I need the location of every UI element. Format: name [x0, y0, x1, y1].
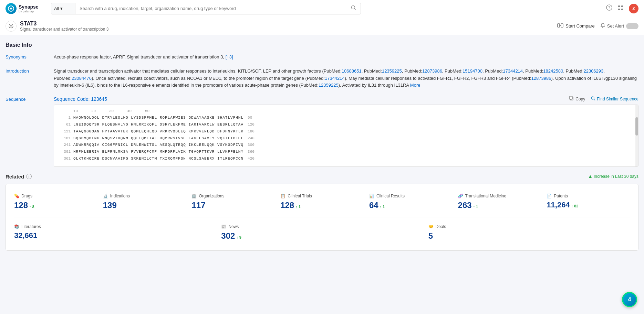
- sequence-display[interactable]: 1020304050 1 MAQWNQLQQL DTRYLEQLHQ LYSDS…: [54, 105, 638, 167]
- drugs-icon: 💊: [14, 194, 19, 198]
- search-filter-label: All: [54, 6, 59, 11]
- related-title: Related i: [6, 174, 32, 180]
- copy-button[interactable]: Copy: [569, 96, 585, 102]
- introduction-row: Introduction Signal transducer and trans…: [6, 68, 638, 89]
- main-header: Synapse by patsnap All ▾ ?: [0, 0, 644, 17]
- seq-line-6: 301 HRPMLEERIV ELFRNLMKSA FVVERQPCMP MHP…: [58, 149, 634, 155]
- svg-rect-14: [570, 96, 572, 99]
- pubmed-link-10[interactable]: 12873986: [531, 76, 551, 81]
- help-icon[interactable]: ?: [606, 4, 612, 12]
- svg-rect-7: [618, 9, 620, 10]
- news-label: 📰 News: [221, 224, 417, 229]
- news-icon: 📰: [221, 224, 226, 229]
- related-header: Related i Increase in Last 30 days: [6, 174, 638, 180]
- bell-icon: [600, 23, 605, 29]
- clinical-trials-value: 128: [280, 201, 294, 210]
- drugs-value-row: 128 ↑ 8: [14, 201, 92, 210]
- sequence-scrollbar[interactable]: [635, 105, 638, 166]
- organizations-value: 117: [191, 201, 205, 210]
- indications-value: 139: [103, 201, 117, 210]
- patents-stat[interactable]: 📄 Patents 11,264 ↑ 82: [541, 191, 630, 213]
- pubmed-link-6[interactable]: 18242580: [543, 68, 563, 74]
- translational-medicine-label: 🧬 Translational Medicine: [458, 194, 536, 198]
- news-label-text: News: [228, 224, 239, 229]
- search-button[interactable]: [347, 5, 361, 12]
- clinical-results-stat[interactable]: 📊 Clinical Results 64 ↑ 1: [364, 191, 453, 213]
- entity-description: Signal transducer and activator of trans…: [20, 27, 557, 32]
- pubmed-link-5[interactable]: 17344214: [503, 68, 523, 74]
- set-alert-area: Set Alert: [600, 23, 638, 29]
- search-input[interactable]: [75, 6, 347, 11]
- svg-text:?: ?: [608, 6, 610, 10]
- deals-icon: 🤝: [428, 224, 434, 229]
- translational-medicine-stat[interactable]: 🧬 Translational Medicine 263 ↑ 1: [453, 191, 541, 213]
- sequence-row: Sequence Sequence Code: 123645 Copy: [6, 96, 638, 167]
- apps-grid-icon[interactable]: [618, 5, 623, 12]
- entity-settings-icon: [6, 21, 17, 32]
- svg-rect-11: [561, 24, 563, 27]
- drugs-value: 128: [14, 201, 28, 210]
- seq-line-5: 241 ADWKRRQQIA CIGGFFNICL DRLENWITSL AES…: [58, 142, 634, 149]
- start-compare-button[interactable]: Start Compare: [557, 22, 595, 30]
- search-bar: All ▾: [51, 3, 361, 14]
- user-avatar[interactable]: Z: [629, 4, 638, 13]
- literatures-label-text: Literatures: [21, 224, 41, 229]
- pubmed-link-11[interactable]: 12359225: [319, 83, 339, 88]
- synonyms-row: Synonyms Acute-phase response factor, AP…: [6, 54, 638, 61]
- pubmed-link-1[interactable]: 10688651: [342, 68, 362, 74]
- patents-delta: ↑ 82: [571, 204, 579, 208]
- introduction-more-link[interactable]: More: [410, 83, 420, 88]
- logo[interactable]: Synapse by patsnap: [6, 3, 47, 14]
- pubmed-link-3[interactable]: 12873986: [422, 68, 442, 74]
- literatures-label: 📚 Literatures: [14, 224, 210, 229]
- clinical-trials-stat[interactable]: 📋 Clinical Trials 128 ↑ 1: [275, 191, 364, 213]
- logo-text: Synapse by patsnap: [19, 4, 39, 13]
- deals-stat[interactable]: 🤝 Deals 5: [423, 221, 630, 243]
- indications-label: 🔬 Indications: [103, 194, 181, 198]
- drugs-delta: ↑ 8: [29, 205, 34, 209]
- search-filter-dropdown[interactable]: All ▾: [51, 3, 75, 14]
- increase-label: Increase in Last 30 days: [594, 174, 638, 179]
- seq-line-1: 1 MAQWNQLQQL DTRYLEQLHQ LYSDSFFMEL RQFLA…: [58, 115, 634, 121]
- find-similar-button[interactable]: Find Similar Sequence: [591, 96, 638, 102]
- translational-medicine-value: 263: [458, 201, 472, 210]
- clinical-results-value: 64: [369, 201, 378, 210]
- translational-medicine-icon: 🧬: [458, 194, 463, 198]
- svg-rect-8: [621, 9, 623, 10]
- sequence-code[interactable]: Sequence Code: 123645: [54, 96, 107, 102]
- news-stat[interactable]: 📰 News 302 ↑ 9: [216, 221, 423, 243]
- increase-indicator: Increase in Last 30 days: [588, 174, 638, 179]
- entity-info: STAT3 Signal transducer and activator of…: [20, 21, 557, 32]
- pubmed-link-4[interactable]: 15194700: [463, 68, 482, 74]
- svg-rect-6: [621, 6, 623, 7]
- subheader-actions: Start Compare Set Alert: [557, 22, 638, 30]
- indications-stat[interactable]: 🔬 Indications 139: [97, 191, 186, 213]
- pubmed-link-8[interactable]: 23084476: [72, 76, 92, 81]
- related-section: Related i Increase in Last 30 days 💊 Dru…: [6, 174, 638, 251]
- clinical-trials-delta: ↑ 1: [295, 205, 301, 209]
- compare-icon: [557, 22, 563, 30]
- translational-medicine-label-text: Translational Medicine: [465, 194, 507, 198]
- pubmed-link-7[interactable]: 22306293: [583, 68, 603, 74]
- main-content: Basic Info Synonyms Acute-phase response…: [0, 35, 644, 258]
- synonyms-value: Acute-phase response factor, APRF, Signa…: [54, 54, 638, 61]
- drugs-stat[interactable]: 💊 Drugs 128 ↑ 8: [14, 191, 97, 213]
- clinical-trials-icon: 📋: [280, 194, 285, 198]
- scrollbar-thumb[interactable]: [635, 117, 638, 136]
- related-info-badge[interactable]: i: [26, 174, 32, 179]
- clinical-results-label-text: Clinical Results: [376, 194, 405, 198]
- find-similar-icon: [591, 96, 595, 102]
- synonyms-more-link[interactable]: [+3]: [226, 54, 233, 59]
- logo-icon: [6, 3, 17, 14]
- pubmed-link-9[interactable]: 17344214: [325, 76, 345, 81]
- related-cards-row1: 💊 Drugs 128 ↑ 8 🔬 Indications 139: [14, 191, 630, 213]
- organizations-stat[interactable]: 🏢 Organizations 117: [186, 191, 275, 213]
- copy-label: Copy: [575, 97, 585, 101]
- set-alert-toggle[interactable]: [626, 23, 638, 29]
- synonyms-text: Acute-phase response factor, APRF, Signa…: [54, 54, 224, 59]
- seq-line-2: 61 LGEIDQQYSR FLQESNVLYQ HNLRRIKQFL QSRY…: [58, 121, 634, 128]
- literatures-stat[interactable]: 📚 Literatures 32,661: [14, 221, 216, 243]
- pubmed-link-2[interactable]: 12359225: [382, 68, 402, 74]
- header-actions: ? Z: [606, 4, 638, 13]
- logo-main: Synapse: [19, 4, 39, 10]
